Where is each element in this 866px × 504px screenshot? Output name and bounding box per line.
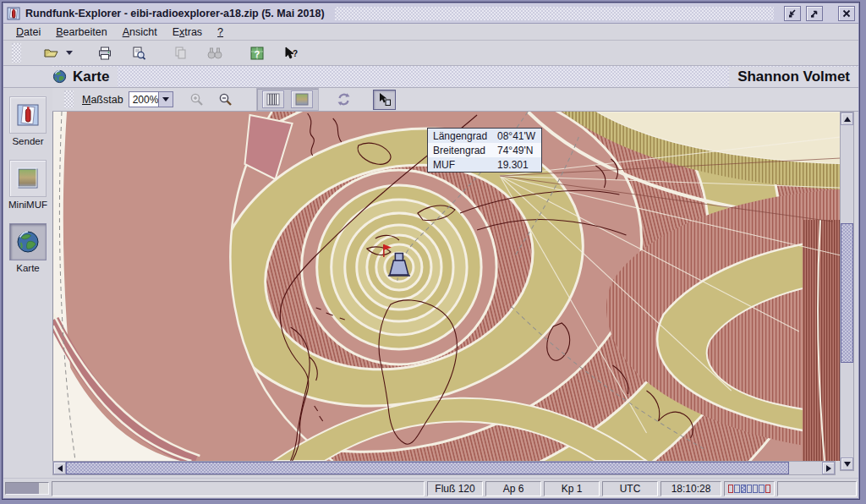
triangle-left-icon bbox=[58, 465, 63, 472]
view-header: Karte Shannon Volmet bbox=[3, 66, 858, 88]
close-button[interactable] bbox=[838, 6, 855, 21]
sidebar-group-minimuf: MiniMUF bbox=[8, 160, 47, 210]
scale-dropdown-button[interactable] bbox=[158, 92, 173, 107]
scroll-down-button[interactable] bbox=[841, 457, 853, 470]
triangle-down-icon bbox=[844, 462, 851, 467]
status-cell-flux: Fluß 120 bbox=[427, 481, 483, 496]
triangle-right-icon bbox=[826, 465, 831, 472]
open-button[interactable] bbox=[41, 43, 62, 63]
help-cursor-icon: ? bbox=[282, 46, 299, 61]
status-cell-ap: Ap 6 bbox=[485, 481, 541, 496]
tooltip-label: Längengrad bbox=[433, 130, 497, 142]
scale-value: 200% bbox=[129, 92, 158, 107]
memory-indicator bbox=[5, 482, 49, 495]
copy-button[interactable] bbox=[171, 43, 191, 63]
sidebar-item-sender[interactable] bbox=[9, 96, 47, 134]
context-help-button[interactable]: ? bbox=[281, 43, 301, 63]
sidebar-item-minimuf[interactable] bbox=[9, 160, 47, 197]
vertical-scrollbar-thumb[interactable] bbox=[841, 223, 853, 363]
stripes-view-button[interactable] bbox=[262, 90, 284, 108]
status-cell-empty bbox=[52, 481, 425, 496]
indicator-square bbox=[741, 485, 746, 493]
tooltip-row: Längengrad 08°41'W bbox=[428, 129, 541, 143]
print-preview-button[interactable] bbox=[129, 43, 149, 63]
chevron-down-icon bbox=[162, 97, 169, 101]
globe-icon bbox=[52, 69, 67, 84]
select-tool-button[interactable] bbox=[373, 90, 396, 110]
horizontal-scrollbar[interactable] bbox=[52, 461, 836, 475]
indicator-square bbox=[765, 485, 770, 493]
sidebar-group-karte: Karte bbox=[9, 223, 47, 273]
muf-map[interactable]: Längengrad 08°41'W Breitengrad 74°49'N M… bbox=[52, 112, 840, 461]
karte-globe-icon bbox=[15, 229, 41, 255]
copy-icon bbox=[173, 46, 189, 61]
menu-bearbeiten[interactable]: Bearbeiten bbox=[48, 25, 114, 40]
title-bar[interactable]: Rundfunk-Explorer - eibi-radioexplorer-a… bbox=[3, 3, 858, 24]
menu-bar: Datei Bearbeiten Ansicht Extras ? bbox=[3, 24, 858, 41]
menu-extras[interactable]: Extras bbox=[165, 25, 210, 40]
menu-ansicht[interactable]: Ansicht bbox=[115, 25, 165, 40]
zoom-out-icon bbox=[218, 92, 233, 107]
search-button[interactable] bbox=[205, 43, 225, 63]
stripes-view-icon bbox=[266, 93, 280, 106]
refresh-icon bbox=[336, 91, 352, 107]
tooltip-row: MUF 19.301 bbox=[428, 157, 541, 172]
svg-text:?: ? bbox=[293, 49, 298, 58]
tooltip-label: Breitengrad bbox=[433, 145, 497, 156]
toolbar-drag-grip[interactable] bbox=[12, 43, 21, 63]
minimize-icon bbox=[787, 8, 797, 19]
map-tooltip: Längengrad 08°41'W Breitengrad 74°49'N M… bbox=[427, 128, 542, 173]
tooltip-label: MUF bbox=[433, 159, 497, 171]
status-cell-right-empty bbox=[777, 481, 857, 496]
app-window: Rundfunk-Explorer - eibi-radioexplorer-a… bbox=[0, 0, 866, 504]
map-style-toggle-group bbox=[256, 88, 319, 111]
sidebar-item-karte[interactable] bbox=[9, 223, 47, 260]
table-help-icon: ? bbox=[249, 46, 265, 61]
status-bar: Fluß 120 Ap 6 Kp 1 UTC 18:10:28 bbox=[3, 478, 858, 498]
menu-hilfe[interactable]: ? bbox=[210, 25, 231, 40]
printer-icon bbox=[97, 46, 112, 61]
zoom-in-button[interactable] bbox=[187, 90, 207, 110]
indicator-square bbox=[728, 485, 733, 493]
menu-datei[interactable]: Datei bbox=[8, 25, 48, 40]
close-icon bbox=[841, 8, 852, 19]
select-tool-icon bbox=[377, 92, 392, 107]
horizontal-scrollbar-track[interactable] bbox=[789, 462, 822, 474]
scroll-right-button[interactable] bbox=[822, 462, 835, 474]
scroll-up-button[interactable] bbox=[841, 112, 853, 125]
maximize-button[interactable] bbox=[806, 6, 823, 21]
sidebar-item-label: Sender bbox=[12, 136, 43, 146]
view-title-group: Karte bbox=[52, 67, 118, 87]
color-map-view-button[interactable] bbox=[291, 90, 313, 108]
horizontal-scrollbar-thumb[interactable] bbox=[66, 462, 789, 474]
status-cell-clock: 18:10:28 bbox=[660, 481, 721, 496]
triangle-up-icon bbox=[844, 117, 851, 122]
zoom-out-button[interactable] bbox=[216, 90, 236, 110]
zoom-in-icon bbox=[189, 92, 205, 107]
titlebar-texture bbox=[335, 7, 774, 20]
view-header-pad bbox=[3, 66, 52, 87]
map-toolbar: Maßstab 200% bbox=[3, 88, 858, 112]
scroll-left-button[interactable] bbox=[53, 462, 66, 474]
indicator-square bbox=[753, 485, 758, 493]
minimuf-icon bbox=[15, 166, 41, 191]
refresh-button[interactable] bbox=[334, 90, 354, 110]
sidebar-item-label: Karte bbox=[16, 263, 40, 273]
print-button[interactable] bbox=[95, 43, 115, 63]
table-help-button[interactable]: ? bbox=[247, 43, 267, 63]
svg-text:?: ? bbox=[255, 48, 260, 58]
signal-quality-indicator bbox=[724, 481, 775, 496]
minimize-button[interactable] bbox=[784, 6, 801, 21]
map-toolbar-grip[interactable] bbox=[64, 90, 74, 108]
open-dropdown-caret[interactable] bbox=[66, 51, 73, 55]
binoculars-icon bbox=[206, 46, 223, 61]
app-icon bbox=[7, 7, 20, 20]
tooltip-value: 19.301 bbox=[497, 159, 541, 171]
vertical-scrollbar-track[interactable] bbox=[841, 363, 853, 457]
station-name: Shannon Volmet bbox=[729, 67, 858, 87]
sidebar-item-label: MiniMUF bbox=[8, 200, 47, 210]
sidebar: Sender MiniMUF bbox=[3, 88, 52, 478]
vertical-scrollbar[interactable] bbox=[840, 112, 854, 471]
status-cell-kp: Kp 1 bbox=[544, 481, 600, 496]
scale-combobox[interactable]: 200% bbox=[129, 91, 173, 107]
